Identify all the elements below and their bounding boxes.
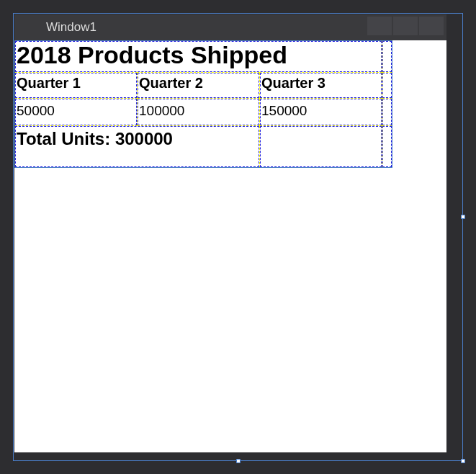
window-caption-buttons [367,17,444,35]
value-q1: 50000 [15,99,137,123]
resize-handle-bottom[interactable] [236,459,241,463]
value-q3: 150000 [260,99,382,123]
window-client-area[interactable]: 2018 Products Shipped Quarter 1 Quarter … [14,40,446,452]
resize-handle-bottom-right[interactable] [461,459,465,463]
total-units-label: Total Units: 300000 [15,126,259,162]
close-button[interactable] [419,17,444,35]
window-frame: Window1 2018 Products Shipped [14,14,446,452]
grid-layout[interactable]: 2018 Products Shipped Quarter 1 Quarter … [14,40,392,168]
minimize-button[interactable] [367,17,392,35]
window-titlebar[interactable]: Window1 [14,14,446,40]
resize-handle-right[interactable] [461,215,465,219]
column-header-q1: Quarter 1 [15,73,137,94]
column-header-q2: Quarter 2 [138,73,259,94]
maximize-button[interactable] [393,17,418,35]
window-title: Window1 [46,20,96,35]
page-title: 2018 Products Shipped [15,41,382,69]
column-header-q3: Quarter 3 [260,73,382,94]
value-q2: 100000 [138,99,259,123]
